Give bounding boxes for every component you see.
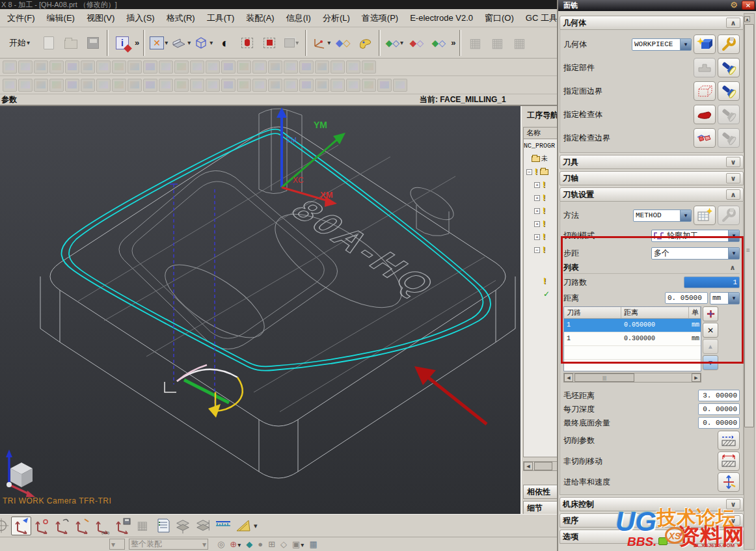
passes-table[interactable]: 刀路 距离 单 1 0.050000 mm 1 0.300000 mm [563, 306, 701, 371]
tree-item-root[interactable]: NC_PROGR [524, 139, 557, 152]
chevron-down-icon[interactable]: ∨ [726, 157, 740, 167]
close-button[interactable]: ✕ [742, 1, 755, 10]
overflow-button[interactable]: » [451, 38, 455, 47]
assembly-scope-dropdown[interactable]: 整个装配 ▾ [129, 539, 208, 550]
orient-view-button[interactable]: ▾ [310, 30, 332, 56]
toolbar-icon[interactable] [221, 79, 236, 92]
toolbar-icon[interactable] [174, 60, 189, 74]
expand-icon[interactable]: + [534, 208, 540, 214]
toolbar-icon[interactable] [159, 60, 173, 74]
show-teal-diamond-button[interactable]: ◆ ◇ [427, 30, 450, 56]
dropdown-icon[interactable]: ▾ [680, 39, 691, 50]
save-wcs-button[interactable] [112, 517, 132, 535]
toolbar-icon[interactable] [268, 79, 282, 92]
display-mode-button[interactable]: ◐ [214, 30, 236, 56]
snap-rotate-icon[interactable]: ◇ [280, 539, 287, 549]
navigator-hscrollbar[interactable]: ◀ [523, 461, 557, 471]
expand-icon[interactable]: + [534, 234, 540, 240]
edit-method-button[interactable] [718, 206, 740, 225]
toolbar-icon[interactable] [143, 79, 157, 92]
section-machine-control[interactable]: 机床控制 ∨ [560, 497, 744, 511]
view-triad-cube[interactable] [6, 450, 35, 497]
highlight-check-body-button[interactable] [718, 105, 740, 124]
tab-dependencies[interactable]: 相依性 [523, 485, 557, 499]
scroll-thumb[interactable] [744, 24, 754, 427]
table-hscrollbar[interactable]: ◀ ||| ▶ [563, 373, 701, 383]
toolbar-icon[interactable] [174, 79, 189, 92]
tree-item-unused[interactable]: 未 [524, 152, 557, 165]
highlight-face-boundary-button[interactable] [718, 81, 740, 101]
show-red-diamond-button[interactable]: ◆ ◇ [405, 30, 427, 56]
tree-item[interactable]: −! [524, 165, 557, 178]
scroll-left-button[interactable]: ◀ [524, 462, 533, 470]
method-select[interactable]: METHOD ▾ [633, 209, 692, 222]
section-geometry[interactable]: 几何体 ∧ [560, 16, 744, 30]
table-row-selected[interactable]: 1 0.050000 mm [564, 319, 701, 332]
tree-item[interactable]: +! [524, 217, 557, 230]
expand-icon[interactable]: + [534, 221, 540, 227]
grid-tool-button-3[interactable]: ▦ [508, 30, 530, 56]
orient-wcs-button[interactable] [72, 517, 92, 535]
toolbar-icon[interactable] [128, 60, 142, 74]
menu-tools[interactable]: 工具(T) [201, 10, 241, 26]
toolbar-icon[interactable] [252, 60, 267, 74]
show-hide-button[interactable]: ◆ ◇ [332, 30, 354, 56]
toolbar-icon[interactable] [362, 60, 376, 74]
toolbar-icon[interactable] [377, 79, 392, 92]
overflow-button[interactable]: » [135, 38, 139, 47]
toolbar-icon[interactable] [128, 79, 142, 92]
navigator-tree[interactable]: 名称 NC_PROGR 未 −! +! +! +! +! +! −! ! ✓ [523, 127, 557, 457]
select-check-boundary-button[interactable] [694, 128, 716, 148]
snap-curve-icon[interactable]: ◆ [246, 539, 252, 549]
feeds-speeds-button[interactable] [718, 472, 740, 492]
add-row-button[interactable] [703, 306, 718, 321]
tree-item[interactable]: ! [524, 275, 557, 288]
chevron-up-icon[interactable]: ∧ [725, 263, 740, 273]
expand-icon[interactable]: + [534, 182, 540, 188]
collapse-icon[interactable]: − [526, 169, 532, 175]
information-window-button[interactable] [152, 517, 172, 535]
menu-preferences[interactable]: 首选项(P) [356, 10, 404, 26]
tree-item-current[interactable]: ✓ [524, 288, 557, 301]
non-cutting-moves-button[interactable] [718, 451, 740, 471]
name-column-header[interactable]: 名称 [524, 128, 557, 139]
toolbar-icon[interactable] [206, 79, 220, 92]
unit-select[interactable]: mm ▾ [710, 292, 740, 304]
grid-tool-button-2[interactable]: ▦ [486, 30, 508, 56]
dropdown-icon[interactable]: ▾ [254, 522, 258, 530]
viewport[interactable]: 80A-HQ YM ZM XC [0, 106, 520, 514]
chevron-down-icon[interactable]: ∨ [726, 499, 740, 509]
menu-edit[interactable]: 编辑(E) [41, 10, 81, 26]
dialog-scrollbar[interactable]: ▲ ≡ [744, 13, 755, 550]
toolbar-icon[interactable] [143, 60, 157, 74]
chevron-up-icon[interactable]: ∧ [726, 189, 740, 200]
list-subsection[interactable]: 列表 ∧ [563, 262, 740, 274]
toolbar-icon[interactable] [237, 60, 251, 74]
gray-box-button[interactable]: ▾ [280, 30, 303, 56]
wcs-origin-button[interactable] [31, 517, 51, 535]
gear-icon[interactable]: ⚙ [730, 0, 738, 10]
toolbar-icon[interactable] [362, 79, 376, 92]
tree-item[interactable]: +! [524, 204, 557, 217]
snap-sphere-icon[interactable]: ● [258, 539, 263, 549]
select-face-boundary-button[interactable] [694, 81, 716, 101]
toolbar-icon[interactable] [237, 79, 251, 92]
snap-point-icon[interactable]: ⊕▾ [230, 539, 241, 549]
menu-window[interactable]: 窗口(O) [479, 10, 520, 26]
toolbar-icon[interactable] [49, 60, 64, 74]
distance-field[interactable]: 0. 05000 [665, 292, 708, 304]
toolbar-icon[interactable] [346, 79, 360, 92]
scroll-up-button[interactable]: ▲ [744, 16, 750, 22]
toolbar-icon[interactable] [315, 79, 329, 92]
grid-display-button[interactable]: ▦ [132, 517, 152, 535]
section-path-settings[interactable]: 刀轨设置 ∧ [560, 187, 744, 202]
toolbar-icon[interactable] [299, 60, 314, 74]
scroll-thumb[interactable]: ||| [574, 373, 634, 382]
dropdown-icon[interactable]: ▾ [728, 293, 739, 304]
toolbar-icon[interactable] [268, 60, 282, 74]
toolbar-icon[interactable] [81, 60, 95, 74]
toolbar-icon[interactable] [34, 60, 48, 74]
cut-pattern-select[interactable]: 轮廓加工 ▾ [651, 230, 740, 242]
toolbar-icon[interactable] [221, 60, 236, 74]
dialog-title-bar[interactable]: 面铣 ⚙ ✕ [558, 0, 756, 11]
